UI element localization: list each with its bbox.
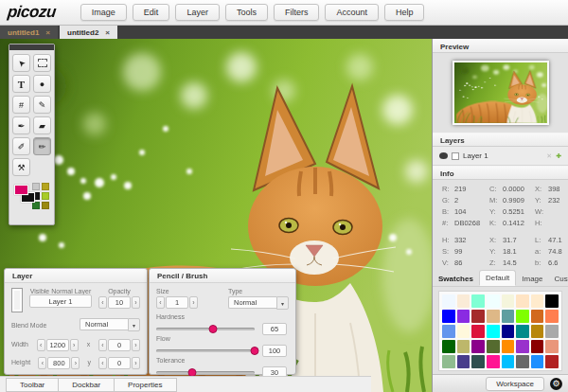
slider-handle[interactable]	[251, 347, 259, 355]
chevron-down-icon[interactable]: ▾	[276, 296, 289, 310]
eraser-tool[interactable]: ▰	[33, 116, 51, 134]
color-swatch[interactable]	[42, 192, 49, 200]
color-swatch[interactable]	[516, 294, 529, 308]
opacity-increment-icon[interactable]: ›	[132, 296, 140, 309]
height-increment-icon[interactable]: ›	[71, 357, 80, 369]
hardness-slider[interactable]	[156, 324, 255, 334]
x-value[interactable]: 0	[108, 339, 131, 351]
slider-track[interactable]	[156, 349, 255, 352]
flow-value[interactable]: 100	[262, 345, 287, 357]
color-swatch[interactable]	[442, 340, 455, 353]
size-value[interactable]: 1	[166, 296, 188, 309]
color-swatch[interactable]	[457, 310, 470, 323]
menu-tools[interactable]: Tools	[225, 4, 268, 21]
rect-select-tool[interactable]	[33, 54, 51, 72]
color-swatch[interactable]	[545, 340, 559, 353]
color-swatch[interactable]	[471, 294, 485, 308]
width-increment-icon[interactable]: ›	[70, 339, 79, 351]
color-swatch[interactable]	[457, 340, 470, 353]
menu-account[interactable]: Account	[325, 4, 379, 21]
menu-help[interactable]: Help	[384, 4, 425, 21]
eyedropper-tool[interactable]: ✒	[12, 116, 30, 134]
color-swatch[interactable]	[457, 294, 470, 308]
color-swatch[interactable]	[487, 294, 500, 308]
brush-tool[interactable]: ✎	[33, 96, 51, 114]
color-swatch[interactable]	[502, 340, 515, 353]
size-decrement-icon[interactable]: ‹	[156, 296, 165, 309]
swatches-tab-default[interactable]: Default	[479, 270, 516, 286]
height-decrement-icon[interactable]: ‹	[38, 357, 46, 369]
layer-name-input[interactable]	[29, 294, 92, 308]
slider-track[interactable]	[156, 328, 255, 330]
color-swatch[interactable]	[487, 355, 500, 368]
color-swatch[interactable]	[32, 202, 40, 209]
opacity-decrement-icon[interactable]: ‹	[98, 296, 107, 309]
color-swatch[interactable]	[516, 325, 529, 338]
color-swatch[interactable]	[471, 355, 485, 368]
color-swatch[interactable]	[442, 355, 455, 368]
visibility-eye-icon[interactable]	[439, 152, 448, 159]
color-swatch[interactable]	[487, 325, 500, 338]
move-tool[interactable]: ➤	[12, 54, 30, 72]
toolbar-toggle-button[interactable]: Toolbar	[6, 378, 59, 392]
color-swatch[interactable]	[502, 355, 515, 368]
color-swatch[interactable]	[502, 310, 515, 323]
width-decrement-icon[interactable]: ‹	[37, 339, 45, 351]
close-tab-icon[interactable]: ×	[105, 28, 110, 37]
color-swatch[interactable]	[442, 310, 455, 323]
color-swatch[interactable]	[471, 340, 485, 353]
layer-thumbnail[interactable]	[11, 288, 23, 312]
swatches-tab-custom[interactable]: Custom	[549, 272, 568, 286]
tab-untitled2[interactable]: untitled2 ×	[60, 26, 117, 39]
color-swatch[interactable]	[442, 325, 455, 338]
layer-list-item[interactable]: Layer 1 ✕ ✚	[433, 147, 568, 166]
gear-icon[interactable]: ⚙	[550, 378, 562, 390]
color-swatch[interactable]	[531, 325, 544, 338]
shape-tool[interactable]: ●	[33, 75, 51, 93]
pen-tool[interactable]: ✐	[12, 137, 30, 155]
color-swatch[interactable]	[516, 310, 529, 323]
y-increment-icon[interactable]: ›	[132, 357, 140, 369]
color-swatch[interactable]	[516, 340, 529, 353]
color-swatch[interactable]	[442, 294, 455, 308]
color-swatch[interactable]	[471, 325, 485, 338]
swatches-tab-image[interactable]: Image	[516, 272, 548, 286]
flow-slider[interactable]	[156, 346, 255, 356]
close-tab-icon[interactable]: ×	[45, 28, 50, 37]
color-swatch[interactable]	[545, 294, 559, 308]
color-swatch[interactable]	[457, 325, 470, 338]
stamp-tool[interactable]: ⚒	[12, 158, 30, 176]
workspace-button[interactable]: Workspace	[486, 377, 544, 391]
y-decrement-icon[interactable]: ‹	[98, 357, 107, 369]
blend-mode-select[interactable]: Normal ▾	[80, 318, 140, 331]
dockbar-toggle-button[interactable]: Dockbar	[58, 378, 115, 392]
menu-image[interactable]: Image	[80, 4, 127, 21]
width-value[interactable]: 1200	[46, 339, 69, 351]
color-swatch[interactable]	[32, 183, 40, 190]
color-swatch[interactable]	[531, 355, 544, 368]
x-increment-icon[interactable]: ›	[132, 339, 140, 351]
color-swatch[interactable]	[42, 183, 49, 190]
color-swatch[interactable]	[531, 294, 544, 308]
color-swatch[interactable]	[457, 355, 470, 368]
color-swatch[interactable]	[545, 355, 559, 368]
size-increment-icon[interactable]: ›	[189, 296, 198, 309]
color-swatch[interactable]	[516, 355, 529, 368]
color-swatch[interactable]	[471, 310, 485, 323]
delete-layer-icon[interactable]: ✕	[546, 152, 552, 160]
slider-handle[interactable]	[209, 325, 218, 333]
color-swatch[interactable]	[487, 310, 500, 323]
hardness-value[interactable]: 65	[262, 323, 287, 335]
y-value[interactable]: 0	[108, 357, 131, 369]
color-swatch[interactable]	[42, 202, 49, 209]
color-swatch[interactable]	[545, 325, 559, 338]
slider-track[interactable]	[156, 371, 255, 374]
brush-type-select[interactable]: Normal ▾	[228, 296, 289, 310]
color-swatch[interactable]	[502, 325, 515, 338]
color-swatch[interactable]	[502, 294, 515, 308]
tab-untitled1[interactable]: untitled1 ×	[0, 26, 58, 39]
layer-select-checkbox[interactable]	[452, 152, 459, 160]
chevron-down-icon[interactable]: ▾	[128, 318, 140, 331]
menu-edit[interactable]: Edit	[133, 4, 170, 21]
text-tool[interactable]: T	[12, 75, 30, 93]
